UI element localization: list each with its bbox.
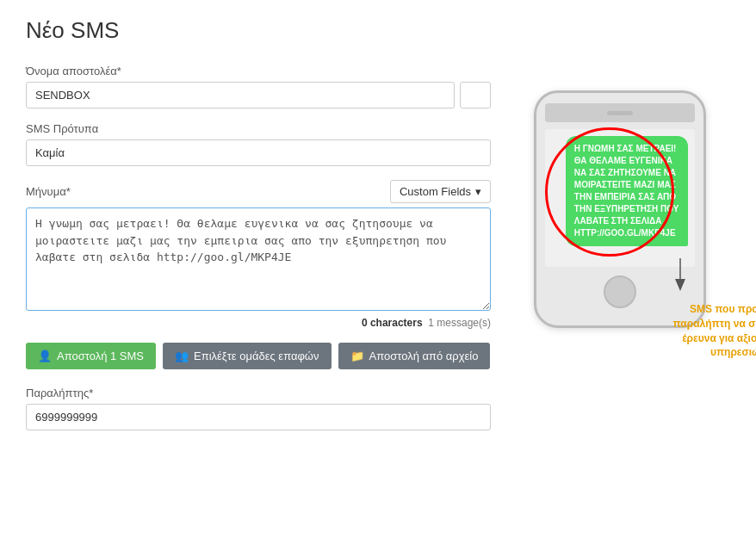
phone-screen: Η ΓΝΩΜΗ ΣΑΣ ΜΕΤΡΑΕΙ! ΘΑ ΘΕΛΑΜΕ ΕΥΓΕΝΙΚΑ … (545, 129, 695, 267)
phone-speaker (607, 111, 633, 115)
message-header: Μήνυμα* Custom Fields ▾ (26, 180, 491, 203)
message-count-value: 1 message(s) (428, 317, 491, 329)
sender-group: Όνομα αποστολέα* (26, 65, 491, 108)
message-label: Μήνυμα* (26, 185, 71, 198)
main-layout: Όνομα αποστολέα* SMS Πρότυπα Μήνυμα* Cus… (26, 65, 730, 430)
arrow-icon (663, 258, 697, 293)
recipient-input[interactable] (26, 404, 491, 430)
char-count: 0 characters 1 message(s) (26, 317, 491, 329)
phone-wrapper: Η ΓΝΩΜΗ ΣΑΣ ΜΕΤΡΑΕΙ! ΘΑ ΘΕΛΑΜΕ ΕΥΓΕΝΙΚΑ … (534, 90, 706, 328)
phone-top-bar (545, 103, 695, 122)
template-group: SMS Πρότυπα (26, 122, 491, 166)
custom-fields-label: Custom Fields (400, 185, 471, 198)
template-input[interactable] (26, 139, 491, 166)
annotation-text: SMS που προτρέπει τον παραλήπτη να συμμε… (663, 302, 756, 360)
user-icon: 👤 (38, 350, 52, 362)
send-sms-button[interactable]: 👤 Αποστολή 1 SMS (26, 343, 156, 369)
page-title: Νέο SMS (26, 17, 730, 44)
svg-marker-1 (675, 279, 685, 291)
action-buttons: 👤 Αποστολή 1 SMS 👥 Επιλέξτε ομάδες επαφώ… (26, 343, 491, 369)
select-groups-label: Επιλέξτε ομάδες επαφών (194, 350, 319, 362)
sms-bubble: Η ΓΝΩΜΗ ΣΑΣ ΜΕΤΡΑΕΙ! ΘΑ ΘΕΛΑΜΕ ΕΥΓΕΝΙΚΑ … (566, 136, 688, 246)
phone-home-button (604, 275, 636, 308)
message-textarea[interactable] (26, 207, 491, 311)
custom-fields-arrow-icon: ▾ (475, 185, 481, 198)
recipient-label: Παραλήπτης* (26, 387, 491, 399)
annotation-container: SMS που προτρέπει τον παραλήπτη να συμμε… (663, 258, 756, 360)
sender-input[interactable] (26, 82, 455, 108)
sender-action-btn[interactable] (460, 82, 491, 108)
select-groups-button[interactable]: 👥 Επιλέξτε ομάδες επαφών (163, 343, 332, 369)
form-section: Όνομα αποστολέα* SMS Πρότυπα Μήνυμα* Cus… (26, 65, 491, 430)
custom-fields-button[interactable]: Custom Fields ▾ (390, 180, 491, 203)
recipient-section: Παραλήπτης* (26, 387, 491, 430)
send-sms-label: Αποστολή 1 SMS (57, 350, 144, 362)
message-group: Μήνυμα* Custom Fields ▾ 0 characters 1 m… (26, 180, 491, 329)
phone-section: Η ΓΝΩΜΗ ΣΑΣ ΜΕΤΡΑΕΙ! ΘΑ ΘΕΛΑΜΕ ΕΥΓΕΝΙΚΑ … (508, 90, 732, 328)
sender-label: Όνομα αποστολέα* (26, 65, 491, 77)
upload-icon: 📁 (350, 350, 364, 362)
char-count-value: 0 characters (362, 317, 423, 329)
template-label: SMS Πρότυπα (26, 122, 491, 135)
group-icon: 👥 (175, 350, 189, 362)
upload-file-label: Αποστολή από αρχείο (369, 350, 479, 362)
upload-file-button[interactable]: 📁 Αποστολή από αρχείο (338, 343, 491, 369)
